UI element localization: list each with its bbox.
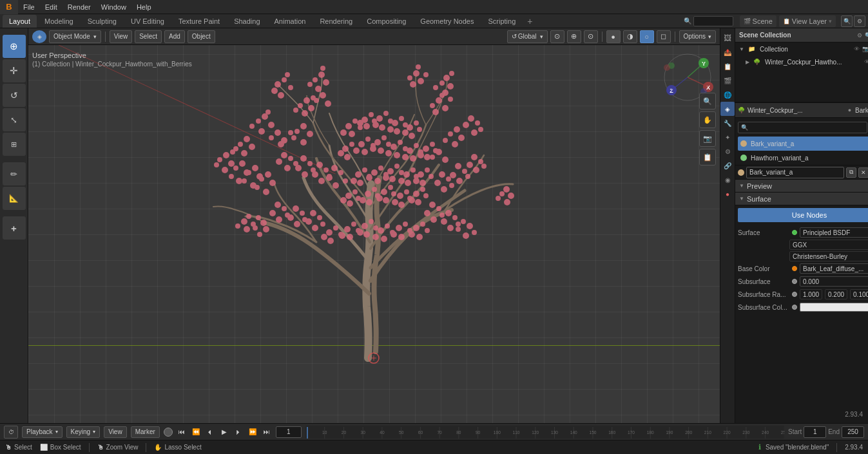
tab-animation[interactable]: Animation xyxy=(268,15,313,28)
tab-shading[interactable]: Shading xyxy=(227,15,266,28)
viewport-select-menu[interactable]: Select xyxy=(135,30,162,43)
scene-selector[interactable]: 🎬 Scene xyxy=(740,15,776,27)
timeline-mode-btn[interactable]: ⏱ xyxy=(4,426,18,439)
viewport-shading-solid[interactable]: ● xyxy=(606,30,621,43)
scene-props-icon[interactable]: 🎬 xyxy=(720,73,735,88)
filter-btn[interactable]: ⚙ xyxy=(854,15,865,27)
preview-section-header[interactable]: ▼ Preview xyxy=(735,180,868,193)
add-workspace-button[interactable]: + xyxy=(523,15,536,28)
tab-sculpting[interactable]: Sculpting xyxy=(81,15,123,28)
world-props-icon[interactable]: 🌐 xyxy=(720,88,735,102)
surface-value[interactable]: Principled BSDF xyxy=(800,227,868,238)
object-visibility[interactable]: 👁 xyxy=(864,59,868,65)
material-item-hawthorn[interactable]: Hawthorn_variant_a xyxy=(738,151,868,165)
tab-scripting[interactable]: Scripting xyxy=(481,15,522,28)
menu-window[interactable]: Window xyxy=(96,0,131,14)
menu-edit[interactable]: Edit xyxy=(40,0,63,14)
search-scene-btn[interactable]: 🔍 xyxy=(841,15,853,27)
options-dropdown[interactable]: Options▾ xyxy=(679,30,716,43)
material-props-icon[interactable]: ● xyxy=(720,187,735,201)
viewport-nav-btn[interactable]: ◈ xyxy=(32,30,46,43)
current-frame-input[interactable]: 1 xyxy=(276,426,302,438)
next-frame-btn[interactable]: ⏵ xyxy=(233,427,244,437)
base-color-value[interactable]: Bark_Leaf_diffuse_... xyxy=(800,263,868,274)
material-item-bark[interactable]: Bark_variant_a xyxy=(738,137,868,151)
jump-to-start-btn[interactable]: ⏮ xyxy=(177,427,187,437)
data-props-icon[interactable]: ◉ xyxy=(720,173,735,187)
move-tool[interactable]: ✛ xyxy=(3,59,26,82)
viewlayer-props-icon[interactable]: 📋 xyxy=(720,59,735,73)
playback-menu[interactable]: Playback▾ xyxy=(22,426,63,438)
mode-dropdown[interactable]: Object Mode▾ xyxy=(49,30,101,43)
viewport-add-menu[interactable]: Add xyxy=(164,30,185,43)
marker-menu[interactable]: Marker xyxy=(131,426,160,438)
transform-pivot-btn[interactable]: ⊙ xyxy=(550,30,564,43)
end-frame-input[interactable] xyxy=(842,426,864,438)
menu-render[interactable]: Render xyxy=(63,0,96,14)
subsurface-method-dropdown[interactable]: Christensen-Burley ▾ xyxy=(789,251,868,261)
scale-tool[interactable]: ⤡ xyxy=(3,108,26,131)
material-name-input[interactable]: Bark_variant_a xyxy=(746,167,844,178)
transform-dropdown[interactable]: ↺Global▾ xyxy=(507,30,548,43)
subsurface-color-swatch[interactable] xyxy=(800,303,868,312)
distribution-dropdown[interactable]: GGX ▾ xyxy=(789,240,868,250)
annotate-tool[interactable]: ✏ xyxy=(3,162,26,185)
collection-render[interactable]: 📷 xyxy=(862,46,868,52)
measure-tool[interactable]: 📐 xyxy=(3,187,26,210)
tab-modeling[interactable]: Modeling xyxy=(38,15,80,28)
3d-viewport[interactable]: ◈ Object Mode▾ View Select Add Object ↺G… xyxy=(28,28,720,423)
menu-file[interactable]: File xyxy=(18,0,40,14)
surface-section-header[interactable]: ▼ Surface xyxy=(735,193,868,205)
subsurface-radius-r[interactable]: 1.000 xyxy=(800,289,822,299)
viewport-shading-rendered[interactable]: ○ xyxy=(640,30,654,43)
tab-geometry-nodes[interactable]: Geometry Nodes xyxy=(414,15,480,28)
outliner-search-btn[interactable]: 🔍 xyxy=(865,32,868,39)
viewport-shading-material[interactable]: ◑ xyxy=(623,30,637,43)
next-keyframe-btn[interactable]: ⏩ xyxy=(247,427,258,437)
delete-material-btn[interactable]: ✕ xyxy=(858,167,868,178)
output-props-icon[interactable]: 📤 xyxy=(720,45,735,59)
duplicate-material-btn[interactable]: ⧉ xyxy=(846,167,856,178)
frame-ruler[interactable]: 10 20 30 40 50 60 70 80 90 100 xyxy=(305,426,784,439)
render-props-icon[interactable]: 🖼 xyxy=(720,31,735,45)
rotate-tool[interactable]: ↺ xyxy=(3,84,26,107)
play-btn[interactable]: ▶ xyxy=(219,427,229,437)
menu-help[interactable]: Help xyxy=(131,0,157,14)
snap-btn[interactable]: ⊕ xyxy=(567,30,581,43)
timeline-view-menu[interactable]: View xyxy=(104,426,127,438)
add-tool[interactable]: + xyxy=(3,216,26,240)
proportional-edit-btn[interactable]: ⊙ xyxy=(584,30,598,43)
transform-tool[interactable]: ⊞ xyxy=(3,133,26,156)
subsurface-value[interactable]: 0.000 xyxy=(800,276,868,287)
cursor-tool[interactable]: ⊕ xyxy=(3,35,26,58)
viewport-shading-wire[interactable]: ◻ xyxy=(657,30,671,43)
camera-view-btn[interactable]: 📷 xyxy=(699,130,716,147)
tab-layout[interactable]: Layout xyxy=(3,15,37,28)
viewport-object-menu[interactable]: Object xyxy=(188,30,215,43)
use-nodes-button[interactable]: Use Nodes xyxy=(738,208,868,222)
prev-keyframe-btn[interactable]: ⏪ xyxy=(191,427,201,437)
view-layer-selector[interactable]: 📋 View Layer ▾ xyxy=(779,15,836,27)
collection-item[interactable]: ▼ 📁 Collection 👁 📷 ✓ xyxy=(735,43,868,55)
pan-btn[interactable]: ✋ xyxy=(699,111,716,128)
jump-to-end-btn[interactable]: ⏭ xyxy=(262,427,272,437)
start-frame-input[interactable] xyxy=(804,426,826,438)
tab-compositing[interactable]: Compositing xyxy=(360,15,412,28)
viewport-view-menu[interactable]: View xyxy=(110,30,133,43)
constraint-props-icon[interactable]: 🔗 xyxy=(720,158,735,173)
collection-visibility[interactable]: 👁 xyxy=(854,46,860,52)
particles-props-icon[interactable]: ✦ xyxy=(720,130,735,144)
tab-rendering[interactable]: Rendering xyxy=(313,15,359,28)
object-props-icon[interactable]: ◈ xyxy=(720,102,735,116)
object-item[interactable]: ▶ 🌳 Winter_Cockpur_Hawtho... 👁 📷 xyxy=(735,55,868,68)
modifier-props-icon[interactable]: 🔧 xyxy=(720,116,735,130)
subsurface-radius-g[interactable]: 0.200 xyxy=(825,289,847,299)
subsurface-radius-b[interactable]: 0.100 xyxy=(850,289,868,299)
record-btn[interactable] xyxy=(164,428,173,437)
physics-props-icon[interactable]: ⚙ xyxy=(720,144,735,158)
prev-frame-btn[interactable]: ⏴ xyxy=(205,427,215,437)
zoom-btn[interactable]: 🔍 xyxy=(699,93,716,109)
keying-menu[interactable]: Keying▾ xyxy=(66,426,101,438)
tab-uv-editing[interactable]: UV Editing xyxy=(124,15,171,28)
outliner-filter-btn[interactable]: ⚙ xyxy=(857,32,862,39)
